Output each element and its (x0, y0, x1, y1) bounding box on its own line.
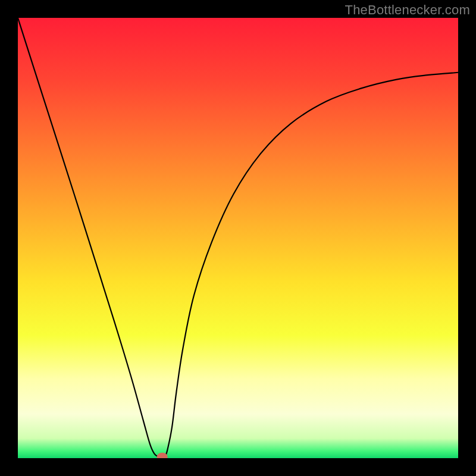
watermark-text: TheBottlenecker.com (345, 2, 470, 18)
plot-area (18, 18, 458, 458)
gradient-background (18, 18, 458, 458)
chart-frame: TheBottlenecker.com (0, 0, 476, 476)
chart-svg (18, 18, 458, 458)
